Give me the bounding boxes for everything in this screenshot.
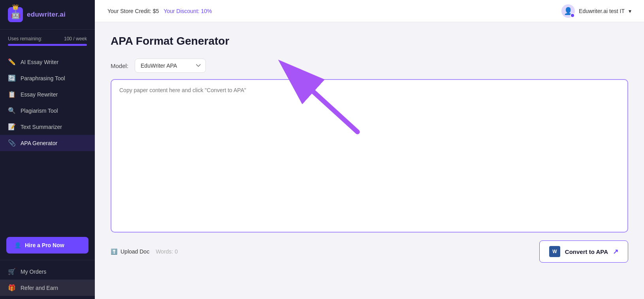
essay-writer-icon: ✏️ — [8, 58, 16, 66]
sidebar-item-ai-essay-writer[interactable]: ✏️ AI Essay Writer — [0, 54, 95, 70]
share-icon: ↗ — [613, 248, 618, 256]
model-select[interactable]: EduWriter APA — [135, 59, 206, 73]
chevron-down-icon: ▾ — [629, 8, 631, 14]
user-name: Eduwriter.ai test IT — [579, 8, 625, 14]
sidebar-item-label: APA Generator — [21, 140, 57, 146]
orders-icon: 🛒 — [8, 268, 16, 275]
model-row: Model: EduWriter APA — [111, 59, 628, 73]
sidebar-item-label: AI Essay Writer — [21, 59, 58, 65]
topbar: Your Store Credit: $5 Your Discount: 10%… — [95, 0, 644, 22]
crown-icon: 👑 — [12, 4, 19, 10]
logo-icon: 👑 🤖 — [8, 7, 23, 22]
sidebar-item-paraphrasing-tool[interactable]: 🔄 Paraphrasing Tool — [0, 70, 95, 86]
left-bottom: ⬆️ Upload Doc Words: 0 — [111, 248, 178, 255]
sidebar-item-label: Paraphrasing Tool — [21, 75, 65, 81]
uses-bar-fill — [8, 44, 87, 46]
words-count: Words: 0 — [156, 248, 178, 255]
refer-icon: 🎁 — [8, 284, 16, 291]
sidebar-bottom-label: Refer and Earn — [21, 285, 58, 291]
avatar: 👤 — [561, 4, 575, 18]
robot-icon: 🤖 — [11, 10, 21, 19]
uses-bar — [8, 44, 87, 46]
logo-area: 👑 🤖 eduwriter.ai — [0, 0, 95, 30]
apa-generator-icon: 📎 — [8, 139, 16, 147]
sidebar-item-apa-generator[interactable]: 📎 APA Generator — [0, 135, 95, 151]
sidebar-item-plagiarism-tool[interactable]: 🔍 Plagiarism Tool — [0, 102, 95, 119]
uses-label: Uses remaining: 100 / week — [8, 36, 87, 42]
sidebar-bottom: 🛒 My Orders 🎁 Refer and Earn — [0, 260, 95, 299]
plagiarism-icon: 🔍 — [8, 107, 16, 114]
hire-pro-icon: 👤 — [14, 242, 21, 248]
main-content: Your Store Credit: $5 Your Discount: 10%… — [95, 0, 644, 299]
user-menu[interactable]: 👤 Eduwriter.ai test IT ▾ — [561, 4, 631, 18]
brand-name: eduwriter.ai — [27, 11, 66, 19]
uses-section: Uses remaining: 100 / week — [0, 30, 95, 50]
nav-menu: ✏️ AI Essay Writer 🔄 Paraphrasing Tool 📋… — [0, 50, 95, 233]
upload-icon: ⬆️ — [111, 248, 117, 255]
paraphrasing-icon: 🔄 — [8, 74, 16, 82]
store-credit: Your Store Credit: $5 Your Discount: 10% — [107, 8, 212, 14]
bottom-bar: ⬆️ Upload Doc Words: 0 W Convert to APA … — [111, 239, 628, 264]
paper-content-wrapper — [111, 79, 628, 233]
content-area: APA Format Generator Model: EduWriter AP… — [95, 22, 644, 299]
sidebar-item-my-orders[interactable]: 🛒 My Orders — [0, 263, 95, 280]
upload-doc-label: Upload Doc — [121, 248, 149, 255]
sidebar-item-label: Plagiarism Tool — [21, 108, 58, 114]
sidebar-item-refer-and-earn[interactable]: 🎁 Refer and Earn — [0, 280, 95, 296]
convert-to-apa-button[interactable]: W Convert to APA ↗ — [539, 240, 628, 263]
hire-pro-button[interactable]: 👤 Hire a Pro Now — [6, 237, 89, 254]
model-label: Model: — [111, 62, 128, 69]
page-title: APA Format Generator — [111, 35, 628, 47]
summarizer-icon: 📝 — [8, 123, 16, 131]
sidebar-bottom-label: My Orders — [21, 269, 46, 275]
sidebar-item-label: Essay Rewriter — [21, 91, 58, 98]
convert-btn-label: Convert to APA — [565, 248, 608, 255]
essay-rewriter-icon: 📋 — [8, 91, 16, 98]
sidebar-item-text-summarizer[interactable]: 📝 Text Summarizer — [0, 119, 95, 135]
sidebar-item-essay-rewriter[interactable]: 📋 Essay Rewriter — [0, 86, 95, 102]
paper-content-input[interactable] — [111, 80, 627, 230]
upload-doc-button[interactable]: ⬆️ Upload Doc — [111, 248, 149, 255]
discount-label: Your Discount: 10% — [164, 8, 212, 14]
sidebar-item-label: Text Summarizer — [21, 124, 62, 130]
sidebar: 👑 🤖 eduwriter.ai Uses remaining: 100 / w… — [0, 0, 95, 299]
hire-pro-label: Hire a Pro Now — [25, 242, 64, 248]
avatar-badge — [570, 13, 575, 18]
word-icon: W — [549, 246, 560, 257]
